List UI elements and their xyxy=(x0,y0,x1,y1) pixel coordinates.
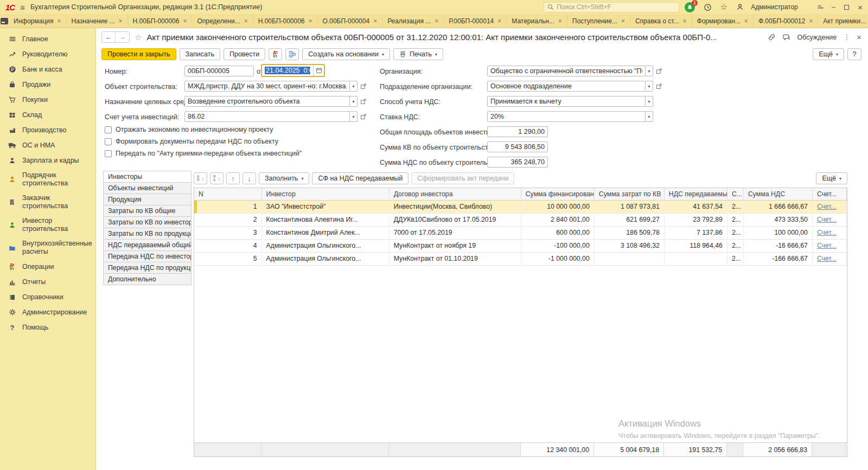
sidebar-item[interactable]: ? Помощь xyxy=(0,320,95,335)
account-link[interactable]: Счет... xyxy=(817,216,837,223)
checkbox-economy[interactable]: Отражать экономию по инвестиционному про… xyxy=(105,126,273,133)
window-tab[interactable]: Материальн... × xyxy=(507,14,567,28)
cell-financing[interactable]: 2 840 001,00 xyxy=(521,213,594,226)
section-tab[interactable]: НДС передаваемый общий xyxy=(103,239,192,251)
section-tab[interactable]: Продукция xyxy=(103,194,192,205)
sidebar-item[interactable]: Внутрихозяйственные расчеты xyxy=(0,236,95,259)
window-tab[interactable]: Н.00БП-000006 × xyxy=(128,14,193,28)
discussion-icon[interactable] xyxy=(782,34,790,41)
total-area-field[interactable]: 1 290,00 xyxy=(487,126,548,137)
sidebar-item[interactable]: Подрядчик строительства xyxy=(0,168,95,191)
favorites-star-icon[interactable]: ☆ xyxy=(718,2,729,12)
cell-investor[interactable]: Константинова Алевтина Иг... xyxy=(261,213,389,226)
table-empty-area[interactable] xyxy=(194,266,847,443)
dropdown-icon[interactable]: ▾ xyxy=(350,81,358,92)
move-up-button[interactable]: ↑ xyxy=(226,172,240,184)
col-account[interactable]: Счет... xyxy=(812,188,846,200)
checkbox-icon[interactable] xyxy=(105,126,112,133)
cell-n[interactable]: 2 xyxy=(194,213,261,226)
help-button[interactable]: ? xyxy=(847,48,861,60)
sidebar-item[interactable]: ДтКт Операции xyxy=(0,259,95,274)
minimize-button[interactable]: – xyxy=(832,3,835,11)
sidebar-item[interactable]: Инвестор строительства xyxy=(0,214,95,236)
grid-more-button[interactable]: Ещё▾ xyxy=(816,172,847,184)
section-tab[interactable]: Передача НДС по продукции xyxy=(103,262,192,274)
kv-sum-field[interactable]: 9 543 806,50 xyxy=(487,141,548,152)
checkbox-transfer-act[interactable]: Передать по "Акту приемки-передачи объек… xyxy=(105,150,302,157)
section-tab[interactable]: Затраты по КВ по продукции xyxy=(103,228,192,240)
restore-button[interactable] xyxy=(844,5,849,10)
vat-sum-field[interactable]: 365 248,70 xyxy=(487,157,548,168)
dropdown-icon[interactable]: ▾ xyxy=(350,96,358,107)
vat-rate-field[interactable]: 20% ▾ xyxy=(487,111,653,122)
construction-object-field[interactable]: МЖД,пристр. ДДУ на 30 мест, ориент-но: г… xyxy=(184,81,368,92)
number-field[interactable]: 00БП-000005 xyxy=(184,66,254,76)
cell-vat-transfer[interactable]: 41 637,54 xyxy=(664,200,727,213)
checkbox-vat-docs[interactable]: Формировать документы передачи НДС по об… xyxy=(105,138,278,145)
save-button[interactable]: Записать xyxy=(180,48,220,60)
cell-rate[interactable]: 2... xyxy=(727,213,743,226)
cell-financing[interactable]: -1 000 000,00 xyxy=(521,252,594,265)
close-window-button[interactable]: × xyxy=(858,3,863,12)
col-investor[interactable]: Инвестор xyxy=(261,188,389,200)
dropdown-icon[interactable]: ▾ xyxy=(646,66,653,76)
back-button[interactable]: ← xyxy=(102,32,116,42)
cell-vat[interactable]: 473 333,50 xyxy=(743,213,812,226)
sidebar-item[interactable]: Главное xyxy=(0,31,95,47)
account-link[interactable]: Счет... xyxy=(817,255,837,262)
dropdown-icon[interactable]: ▾ xyxy=(646,111,653,122)
history-button[interactable] xyxy=(702,2,713,12)
window-tab[interactable]: Н.00БП-000006 × xyxy=(253,14,318,28)
col-kv[interactable]: Сумма затрат по КВ xyxy=(594,188,664,200)
show-postings-button[interactable]: ДтКт xyxy=(269,48,282,60)
discussion-label[interactable]: Обсуждение xyxy=(797,34,837,41)
sf-vat-button[interactable]: СФ на НДС передаваемый xyxy=(312,172,409,184)
table-row[interactable]: 5 Администрация Ольгинского... МунКонтра… xyxy=(194,252,847,265)
open-icon[interactable] xyxy=(655,81,663,92)
sidebar-item[interactable]: Руководителю xyxy=(0,47,95,62)
cell-kv[interactable]: 1 087 973,81 xyxy=(594,200,664,213)
cell-vat[interactable]: -16 666,67 xyxy=(743,239,812,252)
close-document-icon[interactable]: × xyxy=(857,33,861,42)
window-tab[interactable]: О.00БП-000004 × xyxy=(318,14,383,28)
cell-investor[interactable]: ЗАО "Инвестстрой" xyxy=(261,200,389,213)
sidebar-item[interactable]: Склад xyxy=(0,107,95,123)
col-contract[interactable]: Договор инвестора xyxy=(389,188,521,200)
organization-field[interactable]: Общество с ограниченной ответственностью… xyxy=(487,66,663,76)
print-button[interactable]: Печать▾ xyxy=(393,48,443,60)
tab-close-icon[interactable]: × xyxy=(497,17,501,25)
user-name[interactable]: Администратор xyxy=(751,3,798,11)
cell-vat[interactable]: 100 000,00 xyxy=(743,226,812,239)
open-icon[interactable] xyxy=(359,81,368,92)
col-financing[interactable]: Сумма финансирования xyxy=(521,188,594,200)
main-menu-icon[interactable]: ≡ xyxy=(20,3,25,12)
open-icon[interactable] xyxy=(655,66,663,76)
more-menu-icon[interactable]: ⋮ xyxy=(843,33,850,41)
post-and-close-button[interactable]: Провести и закрыть xyxy=(101,48,176,60)
table-row[interactable]: 4 Администрация Ольгинского... МунКонтра… xyxy=(194,239,847,252)
cell-vat[interactable]: 1 666 666,67 xyxy=(743,200,812,213)
investment-account-field[interactable]: 86.02 ▾ xyxy=(184,111,368,122)
section-tab[interactable]: Затраты по КВ общие xyxy=(103,205,192,217)
col-n[interactable]: N xyxy=(194,188,261,200)
account-link[interactable]: Счет... xyxy=(817,229,837,236)
sidebar-item[interactable]: Покупки xyxy=(0,92,95,107)
sidebar-item[interactable]: ОС и НМА xyxy=(0,138,95,153)
account-link[interactable]: Счет... xyxy=(817,203,837,210)
window-tab[interactable]: Информация × xyxy=(9,14,67,28)
section-tab[interactable]: Инвесторы xyxy=(103,171,192,183)
section-tab[interactable]: Затраты по КВ по инвестору xyxy=(103,216,192,228)
sort-desc-button[interactable]: ЯА↓ xyxy=(210,172,224,184)
cell-n[interactable]: 4 xyxy=(194,239,261,252)
cell-contract[interactable]: МунКонтракт от 01.10.2019 xyxy=(389,252,521,265)
cell-vat-transfer[interactable]: 118 964,46 xyxy=(664,239,727,252)
cell-kv[interactable] xyxy=(594,252,664,265)
forward-button[interactable]: → xyxy=(116,32,129,42)
sidebar-item[interactable]: Производство xyxy=(0,123,95,138)
window-tab[interactable]: Формирован... × xyxy=(692,14,754,28)
cell-rate[interactable]: 2... xyxy=(727,200,743,213)
tab-close-icon[interactable]: × xyxy=(119,17,123,25)
section-tab[interactable]: Объекты инвестиций xyxy=(103,182,192,194)
favorite-star-icon[interactable]: ☆ xyxy=(135,33,142,42)
account-link[interactable]: Счет... xyxy=(817,242,837,249)
